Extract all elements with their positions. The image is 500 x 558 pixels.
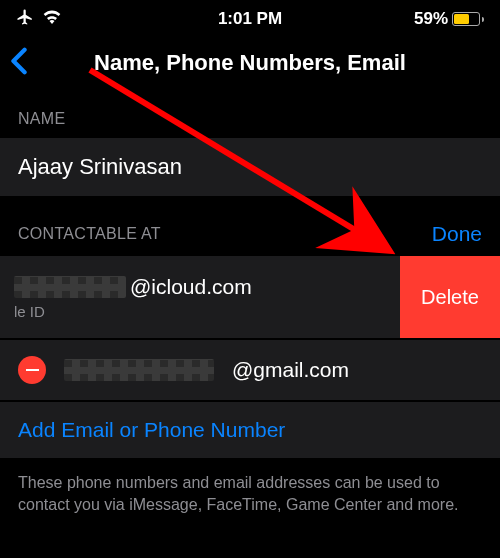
contact-item-gmail[interactable]: @gmail.com xyxy=(0,340,500,400)
section-header-name: NAME xyxy=(0,88,500,138)
done-button[interactable]: Done xyxy=(432,222,482,246)
back-icon[interactable] xyxy=(10,47,28,79)
status-bar: 1:01 PM 59% xyxy=(0,0,500,38)
redacted-email-prefix xyxy=(14,276,126,298)
name-field[interactable]: Ajaay Srinivasan xyxy=(0,138,500,196)
battery-percent: 59% xyxy=(414,9,448,29)
page-title: Name, Phone Numbers, Email xyxy=(94,50,406,76)
footer-description: These phone numbers and email addresses … xyxy=(0,458,500,531)
remove-icon[interactable] xyxy=(18,356,46,384)
status-time: 1:01 PM xyxy=(218,9,282,29)
apple-id-subtitle: le ID xyxy=(14,303,252,320)
delete-button[interactable]: Delete xyxy=(400,256,500,338)
email-suffix: @gmail.com xyxy=(232,358,349,382)
add-contact-button[interactable]: Add Email or Phone Number xyxy=(0,402,500,458)
wifi-icon xyxy=(42,9,62,29)
airplane-mode-icon xyxy=(16,8,34,31)
section-header-contactable: CONTACTABLE AT Done xyxy=(0,196,500,256)
status-right: 59% xyxy=(414,9,484,29)
contact-item-icloud[interactable]: @icloud.com le ID Delete xyxy=(0,256,500,338)
status-left xyxy=(16,8,62,31)
redacted-email-prefix xyxy=(64,359,214,381)
navigation-bar: Name, Phone Numbers, Email xyxy=(0,38,500,88)
contactable-label: CONTACTABLE AT xyxy=(18,225,161,243)
battery-icon xyxy=(452,12,484,26)
email-suffix: @icloud.com xyxy=(130,275,252,299)
